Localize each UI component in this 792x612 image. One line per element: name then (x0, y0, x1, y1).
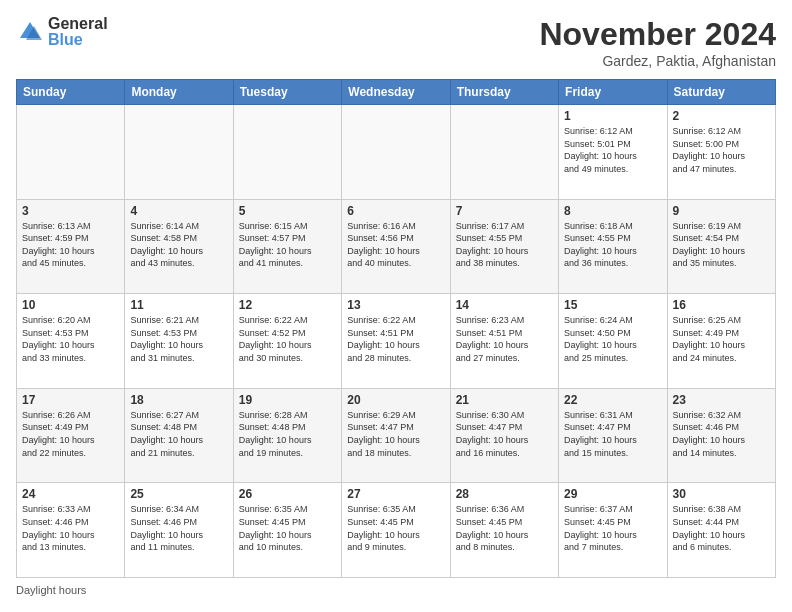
day-header-thursday: Thursday (450, 80, 558, 105)
calendar-cell: 22Sunrise: 6:31 AM Sunset: 4:47 PM Dayli… (559, 388, 667, 483)
calendar-cell: 19Sunrise: 6:28 AM Sunset: 4:48 PM Dayli… (233, 388, 341, 483)
calendar-cell: 20Sunrise: 6:29 AM Sunset: 4:47 PM Dayli… (342, 388, 450, 483)
day-number: 8 (564, 204, 661, 218)
day-info: Sunrise: 6:33 AM Sunset: 4:46 PM Dayligh… (22, 503, 119, 553)
week-row-0: 1Sunrise: 6:12 AM Sunset: 5:01 PM Daylig… (17, 105, 776, 200)
day-number: 1 (564, 109, 661, 123)
day-info: Sunrise: 6:26 AM Sunset: 4:49 PM Dayligh… (22, 409, 119, 459)
week-row-1: 3Sunrise: 6:13 AM Sunset: 4:59 PM Daylig… (17, 199, 776, 294)
day-info: Sunrise: 6:23 AM Sunset: 4:51 PM Dayligh… (456, 314, 553, 364)
day-info: Sunrise: 6:15 AM Sunset: 4:57 PM Dayligh… (239, 220, 336, 270)
calendar-cell: 23Sunrise: 6:32 AM Sunset: 4:46 PM Dayli… (667, 388, 775, 483)
calendar-cell: 5Sunrise: 6:15 AM Sunset: 4:57 PM Daylig… (233, 199, 341, 294)
calendar-cell: 16Sunrise: 6:25 AM Sunset: 4:49 PM Dayli… (667, 294, 775, 389)
day-number: 6 (347, 204, 444, 218)
day-number: 16 (673, 298, 770, 312)
day-number: 21 (456, 393, 553, 407)
calendar-cell: 2Sunrise: 6:12 AM Sunset: 5:00 PM Daylig… (667, 105, 775, 200)
day-header-sunday: Sunday (17, 80, 125, 105)
calendar-cell: 27Sunrise: 6:35 AM Sunset: 4:45 PM Dayli… (342, 483, 450, 578)
location: Gardez, Paktia, Afghanistan (539, 53, 776, 69)
calendar-cell: 29Sunrise: 6:37 AM Sunset: 4:45 PM Dayli… (559, 483, 667, 578)
day-number: 22 (564, 393, 661, 407)
day-info: Sunrise: 6:12 AM Sunset: 5:00 PM Dayligh… (673, 125, 770, 175)
day-header-monday: Monday (125, 80, 233, 105)
day-number: 25 (130, 487, 227, 501)
day-info: Sunrise: 6:31 AM Sunset: 4:47 PM Dayligh… (564, 409, 661, 459)
day-info: Sunrise: 6:34 AM Sunset: 4:46 PM Dayligh… (130, 503, 227, 553)
day-number: 14 (456, 298, 553, 312)
day-info: Sunrise: 6:25 AM Sunset: 4:49 PM Dayligh… (673, 314, 770, 364)
day-info: Sunrise: 6:32 AM Sunset: 4:46 PM Dayligh… (673, 409, 770, 459)
logo-text: General Blue (48, 16, 108, 48)
day-number: 27 (347, 487, 444, 501)
day-info: Sunrise: 6:30 AM Sunset: 4:47 PM Dayligh… (456, 409, 553, 459)
day-number: 23 (673, 393, 770, 407)
week-row-2: 10Sunrise: 6:20 AM Sunset: 4:53 PM Dayli… (17, 294, 776, 389)
day-number: 26 (239, 487, 336, 501)
day-number: 28 (456, 487, 553, 501)
day-number: 20 (347, 393, 444, 407)
day-info: Sunrise: 6:16 AM Sunset: 4:56 PM Dayligh… (347, 220, 444, 270)
calendar-header: SundayMondayTuesdayWednesdayThursdayFrid… (17, 80, 776, 105)
day-number: 13 (347, 298, 444, 312)
day-number: 3 (22, 204, 119, 218)
day-number: 30 (673, 487, 770, 501)
day-number: 7 (456, 204, 553, 218)
calendar-cell: 18Sunrise: 6:27 AM Sunset: 4:48 PM Dayli… (125, 388, 233, 483)
day-info: Sunrise: 6:12 AM Sunset: 5:01 PM Dayligh… (564, 125, 661, 175)
day-info: Sunrise: 6:14 AM Sunset: 4:58 PM Dayligh… (130, 220, 227, 270)
day-number: 2 (673, 109, 770, 123)
day-info: Sunrise: 6:24 AM Sunset: 4:50 PM Dayligh… (564, 314, 661, 364)
calendar-cell (450, 105, 558, 200)
day-info: Sunrise: 6:17 AM Sunset: 4:55 PM Dayligh… (456, 220, 553, 270)
calendar-cell (342, 105, 450, 200)
calendar: SundayMondayTuesdayWednesdayThursdayFrid… (16, 79, 776, 578)
day-number: 17 (22, 393, 119, 407)
calendar-cell (17, 105, 125, 200)
calendar-cell: 25Sunrise: 6:34 AM Sunset: 4:46 PM Dayli… (125, 483, 233, 578)
day-number: 9 (673, 204, 770, 218)
day-number: 4 (130, 204, 227, 218)
week-row-4: 24Sunrise: 6:33 AM Sunset: 4:46 PM Dayli… (17, 483, 776, 578)
day-info: Sunrise: 6:36 AM Sunset: 4:45 PM Dayligh… (456, 503, 553, 553)
calendar-cell: 10Sunrise: 6:20 AM Sunset: 4:53 PM Dayli… (17, 294, 125, 389)
day-info: Sunrise: 6:27 AM Sunset: 4:48 PM Dayligh… (130, 409, 227, 459)
month-title: November 2024 (539, 16, 776, 53)
footer-note-text: Daylight hours (16, 584, 86, 596)
day-info: Sunrise: 6:20 AM Sunset: 4:53 PM Dayligh… (22, 314, 119, 364)
day-header-friday: Friday (559, 80, 667, 105)
calendar-cell: 11Sunrise: 6:21 AM Sunset: 4:53 PM Dayli… (125, 294, 233, 389)
day-number: 10 (22, 298, 119, 312)
logo-general-text: General (48, 16, 108, 32)
day-number: 11 (130, 298, 227, 312)
day-info: Sunrise: 6:37 AM Sunset: 4:45 PM Dayligh… (564, 503, 661, 553)
calendar-cell: 13Sunrise: 6:22 AM Sunset: 4:51 PM Dayli… (342, 294, 450, 389)
day-header-row: SundayMondayTuesdayWednesdayThursdayFrid… (17, 80, 776, 105)
day-info: Sunrise: 6:35 AM Sunset: 4:45 PM Dayligh… (347, 503, 444, 553)
page: General Blue November 2024 Gardez, Pakti… (0, 0, 792, 612)
day-info: Sunrise: 6:35 AM Sunset: 4:45 PM Dayligh… (239, 503, 336, 553)
day-number: 24 (22, 487, 119, 501)
day-number: 19 (239, 393, 336, 407)
day-info: Sunrise: 6:38 AM Sunset: 4:44 PM Dayligh… (673, 503, 770, 553)
calendar-cell (233, 105, 341, 200)
day-info: Sunrise: 6:19 AM Sunset: 4:54 PM Dayligh… (673, 220, 770, 270)
day-number: 29 (564, 487, 661, 501)
day-number: 18 (130, 393, 227, 407)
calendar-cell: 3Sunrise: 6:13 AM Sunset: 4:59 PM Daylig… (17, 199, 125, 294)
calendar-cell: 9Sunrise: 6:19 AM Sunset: 4:54 PM Daylig… (667, 199, 775, 294)
logo: General Blue (16, 16, 108, 48)
header: General Blue November 2024 Gardez, Pakti… (16, 16, 776, 69)
day-info: Sunrise: 6:21 AM Sunset: 4:53 PM Dayligh… (130, 314, 227, 364)
day-info: Sunrise: 6:22 AM Sunset: 4:52 PM Dayligh… (239, 314, 336, 364)
footer-note: Daylight hours (16, 584, 776, 596)
calendar-cell: 30Sunrise: 6:38 AM Sunset: 4:44 PM Dayli… (667, 483, 775, 578)
day-info: Sunrise: 6:13 AM Sunset: 4:59 PM Dayligh… (22, 220, 119, 270)
calendar-cell: 14Sunrise: 6:23 AM Sunset: 4:51 PM Dayli… (450, 294, 558, 389)
day-number: 15 (564, 298, 661, 312)
calendar-cell: 24Sunrise: 6:33 AM Sunset: 4:46 PM Dayli… (17, 483, 125, 578)
day-info: Sunrise: 6:29 AM Sunset: 4:47 PM Dayligh… (347, 409, 444, 459)
week-row-3: 17Sunrise: 6:26 AM Sunset: 4:49 PM Dayli… (17, 388, 776, 483)
logo-blue-text: Blue (48, 32, 108, 48)
